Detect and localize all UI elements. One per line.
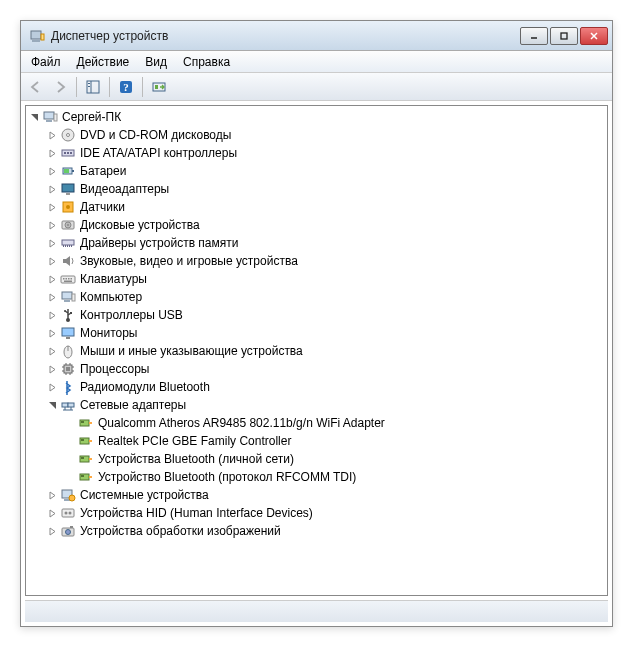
tree-device[interactable]: Устройства Bluetooth (личной сети) (26, 450, 607, 468)
tree-category[interactable]: Мониторы (26, 324, 607, 342)
back-button (25, 76, 47, 98)
tree-category[interactable]: Сетевые адаптеры (26, 396, 607, 414)
menubar: Файл Действие Вид Справка (21, 51, 612, 73)
minimize-button[interactable] (520, 27, 548, 45)
collapse-icon[interactable] (46, 399, 58, 411)
tree-category[interactable]: Контроллеры USB (26, 306, 607, 324)
maximize-button[interactable] (550, 27, 578, 45)
expand-icon[interactable] (46, 363, 58, 375)
tree-category[interactable]: Устройства обработки изображений (26, 522, 607, 540)
expand-icon[interactable] (46, 507, 58, 519)
tree-category[interactable]: Батареи (26, 162, 607, 180)
window-buttons (520, 27, 608, 45)
tree-node-label: Звуковые, видео и игровые устройства (80, 254, 298, 268)
tree-category[interactable]: Видеоадаптеры (26, 180, 607, 198)
expand-icon[interactable] (46, 327, 58, 339)
tree-node-label: Радиомодули Bluetooth (80, 380, 210, 394)
svg-rect-39 (71, 245, 72, 247)
cpu-icon (60, 361, 76, 377)
usb-icon (60, 307, 76, 323)
tree-category[interactable]: Мыши и иные указывающие устройства (26, 342, 607, 360)
svg-rect-77 (81, 439, 84, 441)
tree-category[interactable]: DVD и CD-ROM дисководы (26, 126, 607, 144)
imaging-icon (60, 523, 76, 539)
tree-node-label: Системные устройства (80, 488, 209, 502)
system-icon (60, 487, 76, 503)
tree-node-label: Сергей-ПК (62, 110, 121, 124)
tree-device[interactable]: Qualcomm Atheros AR9485 802.11b/g/n WiFi… (26, 414, 607, 432)
tree-node-label: Мыши и иные указывающие устройства (80, 344, 303, 358)
svg-rect-36 (65, 245, 66, 247)
app-icon (29, 28, 45, 44)
memory-icon (60, 235, 76, 251)
svg-rect-35 (63, 245, 64, 247)
tree-node-label: Устройства обработки изображений (80, 524, 281, 538)
help-button[interactable]: ? (115, 76, 137, 98)
expand-icon[interactable] (46, 309, 58, 321)
tree-node-label: Устройство Bluetooth (протокол RFCOMM TD… (98, 470, 356, 484)
expand-icon[interactable] (46, 255, 58, 267)
tree-category[interactable]: IDE ATA/ATAPI контроллеры (26, 144, 607, 162)
tree-category[interactable]: Системные устройства (26, 486, 607, 504)
svg-point-86 (69, 495, 75, 501)
tree-node-label: Мониторы (80, 326, 137, 340)
hdd-icon (60, 217, 76, 233)
tree-category[interactable]: Радиомодули Bluetooth (26, 378, 607, 396)
expand-icon[interactable] (46, 129, 58, 141)
tree-node-label: Устройства Bluetooth (личной сети) (98, 452, 294, 466)
computer-icon (42, 109, 58, 125)
svg-rect-47 (64, 300, 70, 302)
expand-icon[interactable] (46, 489, 58, 501)
expand-icon[interactable] (46, 381, 58, 393)
expand-icon[interactable] (46, 165, 58, 177)
svg-rect-54 (66, 337, 70, 339)
tree-node-label: Устройства HID (Human Interface Devices) (80, 506, 313, 520)
menu-view[interactable]: Вид (137, 53, 175, 71)
expand-icon[interactable] (46, 147, 58, 159)
expand-icon[interactable] (46, 273, 58, 285)
menu-file[interactable]: Файл (23, 53, 69, 71)
svg-point-89 (69, 512, 72, 515)
collapse-icon[interactable] (28, 111, 40, 123)
svg-rect-58 (66, 367, 70, 371)
svg-point-19 (67, 134, 70, 137)
expand-icon[interactable] (46, 183, 58, 195)
scan-hardware-button[interactable] (148, 76, 170, 98)
tree-category[interactable]: Дисковые устройства (26, 216, 607, 234)
tree-category[interactable]: Компьютер (26, 288, 607, 306)
expand-icon[interactable] (46, 237, 58, 249)
svg-rect-2 (41, 34, 44, 40)
tree-category[interactable]: Датчики (26, 198, 607, 216)
show-hide-console-tree-button[interactable] (82, 76, 104, 98)
svg-rect-41 (63, 278, 65, 280)
menu-help[interactable]: Справка (175, 53, 238, 71)
svg-rect-76 (89, 440, 92, 442)
tree-category[interactable]: Звуковые, видео и игровые устройства (26, 252, 607, 270)
menu-action[interactable]: Действие (69, 53, 138, 71)
expand-icon[interactable] (46, 201, 58, 213)
toolbar-separator (76, 77, 77, 97)
expand-icon[interactable] (46, 525, 58, 537)
svg-point-88 (65, 512, 68, 515)
tree-device[interactable]: Устройство Bluetooth (протокол RFCOMM TD… (26, 468, 607, 486)
svg-point-30 (66, 205, 70, 209)
device-tree[interactable]: Сергей-ПКDVD и CD-ROM дисководыIDE ATA/A… (25, 105, 608, 596)
tree-category[interactable]: Драйверы устройств памяти (26, 234, 607, 252)
mouse-icon (60, 343, 76, 359)
svg-point-33 (67, 224, 69, 226)
close-button[interactable] (580, 27, 608, 45)
tree-category[interactable]: Клавиатуры (26, 270, 607, 288)
expand-icon[interactable] (46, 219, 58, 231)
tree-category[interactable]: Процессоры (26, 360, 607, 378)
network-icon (60, 397, 76, 413)
svg-rect-46 (62, 292, 72, 299)
tree-category[interactable]: Устройства HID (Human Interface Devices) (26, 504, 607, 522)
tree-node-label: Сетевые адаптеры (80, 398, 186, 412)
tree-root[interactable]: Сергей-ПК (26, 108, 607, 126)
expand-icon[interactable] (46, 291, 58, 303)
svg-rect-43 (68, 278, 70, 280)
svg-rect-38 (69, 245, 70, 247)
svg-rect-10 (88, 86, 90, 87)
tree-device[interactable]: Realtek PCIe GBE Family Controller (26, 432, 607, 450)
expand-icon[interactable] (46, 345, 58, 357)
